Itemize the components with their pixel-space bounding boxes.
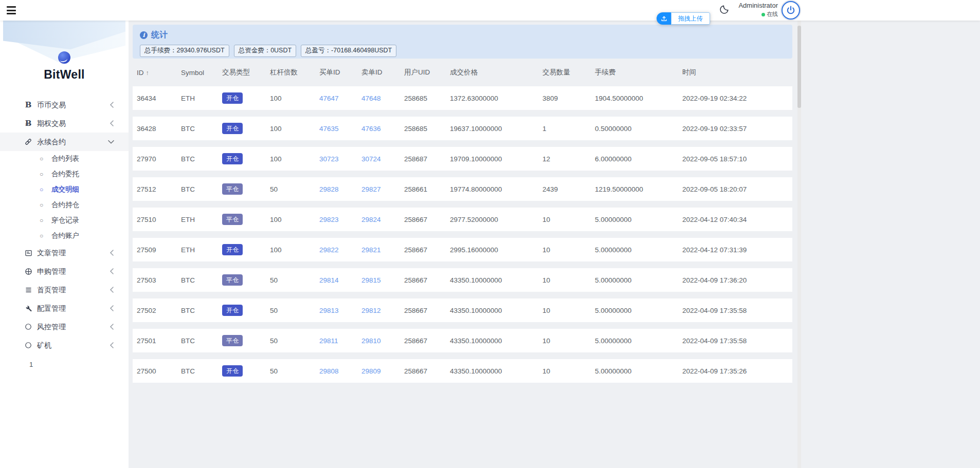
sell-order-link[interactable]: 29821 [361,246,381,254]
article-icon [23,244,33,262]
stats-panel: i 统计 总手续费：29340.976USDT总资金费：0USDT总盈亏：-70… [133,25,792,59]
main-content: i 统计 总手续费：29340.976USDT总资金费：0USDT总盈亏：-70… [133,25,792,389]
table-row: 27510ETH平仓10029823298242586672977.520000… [133,208,792,231]
sidebar-item-miner[interactable]: 矿机 [0,336,129,354]
cell-symbol: BTC [181,307,222,314]
cell-uid: 258685 [404,125,450,133]
upload-icon[interactable] [657,12,671,25]
sidebar-item-home-manage[interactable]: 首页管理 [0,280,129,299]
sell-order-link[interactable]: 47648 [361,95,381,102]
table-body: 36434ETH开仓10047647476482586851372.630000… [133,86,792,383]
sell-order-link[interactable]: 30724 [361,155,381,163]
buy-order-link[interactable]: 29828 [319,185,339,193]
cell-leverage: 50 [270,185,319,193]
cell-leverage: 100 [270,155,319,163]
column-header[interactable]: Symbol [181,69,222,77]
sell-order-link[interactable]: 29815 [361,276,381,284]
globe-icon [23,262,33,280]
trade-type-badge: 开仓 [222,123,243,134]
buy-order-link[interactable]: 29814 [319,276,339,284]
cell-id: 27502 [137,307,181,314]
dark-mode-icon[interactable] [719,4,730,15]
wrench-icon [23,299,33,317]
sidebar-item-perpetual-contract[interactable]: 永续合约 [0,133,129,151]
table-row: 27502BTC开仓50298132981225866743350.100000… [133,298,792,322]
radio-circle-icon: ○ [40,182,43,197]
cell-id: 27500 [137,367,181,375]
cell-amount: 10 [542,307,595,314]
column-header[interactable]: 交易数量 [542,68,595,77]
column-header[interactable]: 卖单ID [361,68,404,77]
sidebar-item-risk-manage[interactable]: 风控管理 [0,317,129,336]
link-icon [23,133,33,151]
cell-price: 19637.10000000 [450,125,542,133]
sidebar-menu: B币币交易Ƀ期权交易永续合约○合约列表○合约委托○成交明细○合约持仓○穿仓记录○… [0,96,129,354]
column-header[interactable]: ID↑ [137,69,181,77]
brand-name: BitWell [0,68,129,82]
buy-order-link[interactable]: 29813 [319,307,339,314]
column-header[interactable]: 时间 [682,68,792,77]
trade-type-badge: 平仓 [222,274,243,286]
cell-price: 43350.10000000 [450,276,542,284]
column-header[interactable]: 用户UID [404,68,450,77]
menu-toggle-icon[interactable] [7,6,16,14]
upload-label[interactable]: 拖拽上传 [671,12,710,25]
cell-id: 27970 [137,155,181,163]
column-header[interactable]: 杠杆倍数 [270,68,319,77]
buy-order-link[interactable]: 47635 [319,125,339,133]
sell-order-link[interactable]: 29810 [361,337,381,345]
power-icon [786,5,796,15]
cell-amount: 10 [542,337,595,345]
buy-order-link[interactable]: 29823 [319,216,339,223]
cell-uid: 258687 [404,155,450,163]
cell-time: 2022-04-09 17:35:26 [682,367,792,375]
upload-widget: 拖拽上传 [657,12,710,25]
cell-amount: 10 [542,367,595,375]
buy-order-link[interactable]: 30723 [319,155,339,163]
sidebar-subitem[interactable]: ○合约账户 [0,228,129,244]
column-header[interactable]: 成交价格 [450,68,542,77]
column-header[interactable]: 手续费 [595,68,682,77]
cell-leverage: 100 [270,246,319,254]
cell-fee: 5.00000000 [595,367,682,375]
sell-order-link[interactable]: 29827 [361,185,381,193]
sidebar-item-config-manage[interactable]: 配置管理 [0,299,129,317]
sidebar-item-label: 矿机 [37,341,51,349]
cell-id: 36428 [137,125,181,133]
stat-chip: 总手续费：29340.976USDT [140,45,229,57]
sidebar-subitem[interactable]: ○合约列表 [0,151,129,166]
sidebar-subitem[interactable]: ○成交明细 [0,182,129,197]
sidebar-item-article-manage[interactable]: 文章管理 [0,244,129,262]
buy-order-link[interactable]: 29811 [319,337,338,345]
sell-order-link[interactable]: 29809 [361,367,381,375]
sidebar-subitem[interactable]: ○合约委托 [0,166,129,182]
cell-time: 2022-04-09 17:35:58 [682,307,792,314]
cell-fee: 5.00000000 [595,216,682,223]
column-header[interactable]: 交易类型 [222,68,270,77]
sidebar-item-option-trade[interactable]: Ƀ期权交易 [0,114,129,133]
buy-order-link[interactable]: 29808 [319,367,339,375]
sidebar-subitem-label: 合约委托 [51,170,79,178]
info-icon: i [140,31,148,39]
buy-order-link[interactable]: 29822 [319,246,339,254]
radio-circle-icon: ○ [40,166,43,182]
cell-id: 36434 [137,95,181,102]
user-block[interactable]: Administrator 在线 [729,2,778,17]
sidebar-item-coin-trade[interactable]: B币币交易 [0,96,129,114]
sidebar-subitem-label: 合约列表 [51,155,79,162]
table-row: 27503BTC平仓50298142981525866743350.100000… [133,268,792,292]
buy-order-link[interactable]: 47647 [319,95,339,102]
scrollbar-thumb[interactable] [797,26,801,108]
table-row: 36434ETH开仓10047647476482586851372.630000… [133,86,792,110]
avatar[interactable] [782,1,800,20]
sell-order-link[interactable]: 29812 [361,307,381,314]
sidebar-subitem[interactable]: ○穿仓记录 [0,213,129,228]
sidebar-item-subscribe-manage[interactable]: 申购管理 [0,262,129,280]
cell-price: 19709.10000000 [450,155,542,163]
column-header[interactable]: 买单ID [319,68,361,77]
sell-order-link[interactable]: 47636 [361,125,381,133]
sidebar-subitem[interactable]: ○合约持仓 [0,197,129,213]
sell-order-link[interactable]: 29824 [361,216,381,223]
cell-leverage: 100 [270,216,319,223]
cell-amount: 10 [542,276,595,284]
